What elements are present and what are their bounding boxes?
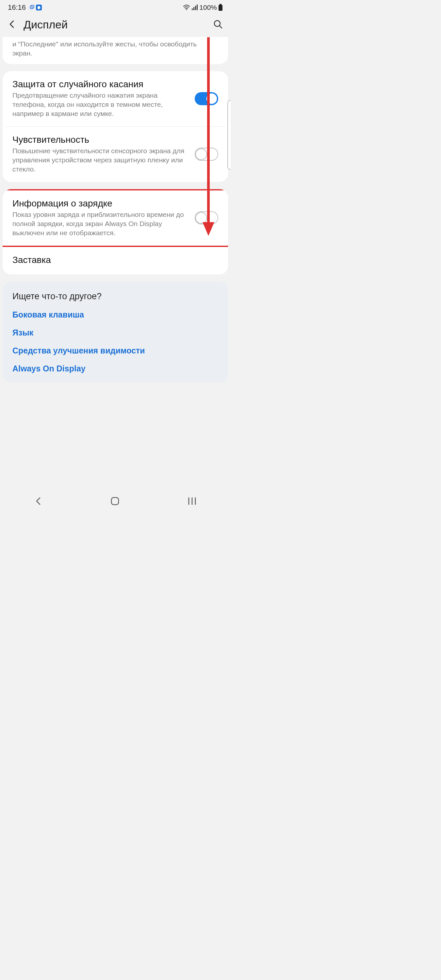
- app-icon: [36, 4, 42, 11]
- content: и "Последние" или используйте жесты, что…: [0, 37, 231, 382]
- svg-rect-0: [30, 6, 33, 9]
- card-touch: Защита от случайного касания Предотвраще…: [3, 71, 228, 182]
- row-touch-protect[interactable]: Защита от случайного касания Предотвраще…: [3, 71, 228, 126]
- row-sub: и "Последние" или используйте жесты, что…: [13, 40, 218, 58]
- chevron-left-icon: [33, 496, 43, 506]
- toggle-sensitivity[interactable]: [195, 148, 218, 161]
- row-sensitivity[interactable]: Чувствительность Повышение чувствительно…: [5, 126, 225, 182]
- search-button[interactable]: [213, 19, 223, 30]
- other-heading: Ищете что-то другое?: [13, 291, 218, 302]
- toggle-touch-protect[interactable]: [195, 92, 218, 105]
- link-language[interactable]: Язык: [13, 328, 218, 337]
- toggle-charging-info[interactable]: [195, 212, 218, 224]
- search-icon: [213, 19, 223, 29]
- svg-rect-6: [195, 6, 196, 10]
- page-header: Дисплей: [0, 14, 231, 37]
- link-side-key[interactable]: Боковая клавиша: [13, 310, 218, 320]
- svg-point-3: [186, 9, 187, 10]
- status-battery-text: 100%: [199, 3, 217, 11]
- svg-rect-5: [193, 7, 194, 10]
- row-screensaver[interactable]: Заставка: [3, 247, 228, 274]
- status-right: 100%: [183, 3, 223, 11]
- row-title: Защита от случайного касания: [13, 79, 189, 89]
- card-charging: Информация о зарядке Показ уровня заряда…: [3, 189, 228, 274]
- navigation-bar: [0, 491, 231, 512]
- edge-panel-handle[interactable]: [228, 100, 231, 170]
- recents-icon: [187, 496, 197, 506]
- row-sub: Показ уровня заряда и приблизительного в…: [13, 210, 189, 238]
- svg-rect-4: [192, 8, 193, 10]
- svg-rect-7: [197, 5, 197, 10]
- svg-rect-14: [111, 498, 119, 505]
- link-always-on-display[interactable]: Always On Display: [13, 364, 218, 373]
- chevron-left-icon: [8, 20, 16, 29]
- row-navigation-partial[interactable]: и "Последние" или используйте жесты, что…: [3, 37, 228, 64]
- copy-icon: [29, 5, 34, 10]
- back-button[interactable]: [8, 20, 16, 30]
- nav-recents[interactable]: [187, 496, 197, 507]
- annotation-highlight: Информация о зарядке Показ уровня заряда…: [3, 189, 228, 247]
- card-navigation-partial: и "Последние" или используйте жесты, что…: [3, 37, 228, 64]
- signal-icon: [191, 5, 198, 10]
- row-title: Информация о зарядке: [13, 198, 189, 209]
- row-sub: Предотвращение случайного нажатия экрана…: [13, 91, 189, 119]
- battery-icon: [218, 4, 223, 11]
- row-charging-info[interactable]: Информация о зарядке Показ уровня заряда…: [3, 191, 228, 246]
- page-title: Дисплей: [24, 18, 206, 31]
- svg-line-11: [220, 26, 222, 28]
- svg-rect-1: [31, 5, 34, 8]
- nav-back[interactable]: [33, 496, 43, 507]
- svg-rect-8: [220, 4, 221, 5]
- card-other: Ищете что-то другое? Боковая клавиша Язы…: [3, 282, 228, 382]
- wifi-icon: [183, 5, 190, 10]
- status-bar: 16:16 100%: [0, 0, 231, 14]
- status-notification-icons: [29, 4, 42, 11]
- link-visibility-enhancements[interactable]: Средства улучшения видимости: [13, 346, 218, 355]
- svg-rect-9: [218, 5, 223, 11]
- status-time: 16:16: [8, 3, 26, 12]
- row-title: Заставка: [13, 255, 218, 265]
- row-sub: Повышение чувствительности сенсорного эк…: [13, 146, 189, 174]
- home-icon: [110, 496, 120, 506]
- nav-home[interactable]: [110, 496, 120, 508]
- row-title: Чувствительность: [13, 135, 189, 145]
- status-left: 16:16: [8, 3, 42, 12]
